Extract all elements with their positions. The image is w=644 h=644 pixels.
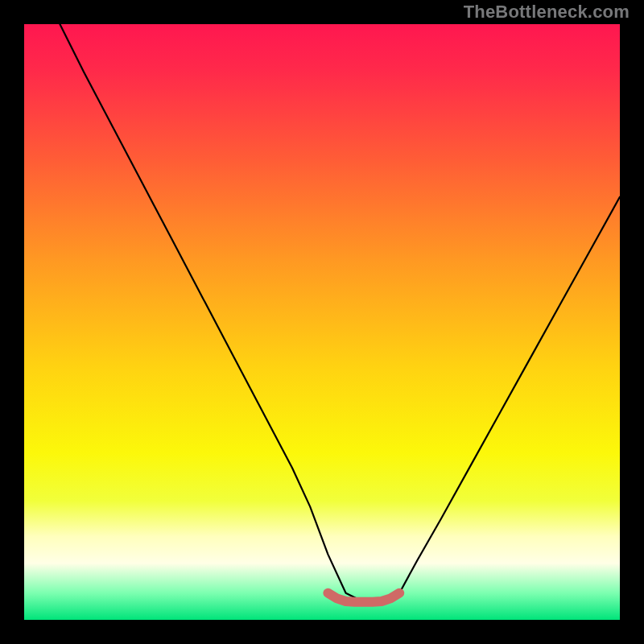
watermark-text: TheBottleneck.com [464, 2, 630, 23]
chart-frame: TheBottleneck.com [0, 0, 644, 644]
gradient-background [24, 24, 620, 620]
chart-svg [24, 24, 620, 620]
plot-canvas [24, 24, 620, 620]
